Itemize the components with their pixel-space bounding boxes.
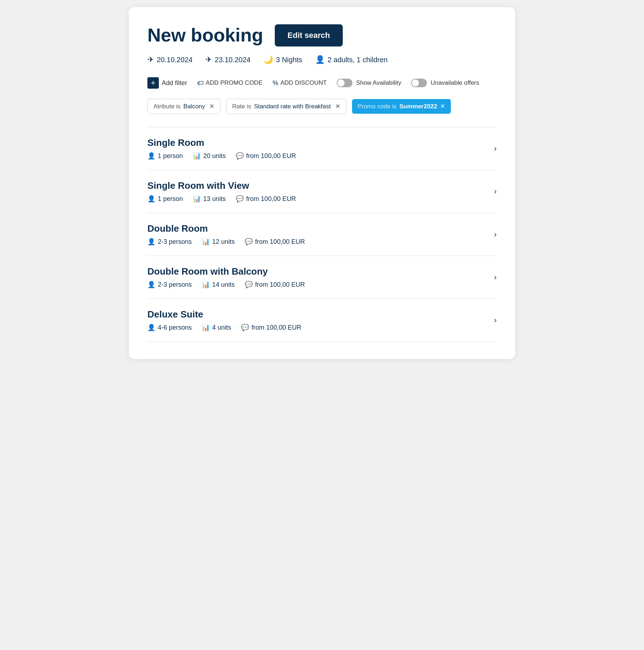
units-count: 4 units — [212, 324, 231, 331]
price-icon: 💬 — [236, 152, 244, 160]
price-icon: 💬 — [236, 195, 244, 203]
room-units: 📊 20 units — [193, 152, 226, 160]
price-value: from 100,00 EUR — [252, 324, 301, 331]
unavailable-offers-label: Unavailable offers — [430, 79, 479, 87]
room-info: Single Room 👤 1 person 📊 20 units 💬 from… — [147, 137, 494, 160]
room-meta: 👤 1 person 📊 13 units 💬 from 100,00 EUR — [147, 195, 494, 203]
promo-filter-label: Promo code is — [358, 103, 397, 110]
persons-count: 2-3 persons — [158, 281, 192, 289]
room-list: Single Room 👤 1 person 📊 20 units 💬 from… — [147, 127, 497, 342]
room-units: 📊 13 units — [193, 195, 226, 203]
room-price: 💬 from 100,00 EUR — [236, 195, 296, 203]
units-icon: 📊 — [202, 281, 210, 289]
room-meta: 👤 4-6 persons 📊 4 units 💬 from 100,00 EU… — [147, 324, 494, 331]
check-out-info: ✈ 23.10.2024 — [205, 55, 250, 64]
promo-filter-remove[interactable]: ✕ — [440, 103, 445, 110]
tag-icon: 🏷 — [197, 79, 204, 87]
room-item[interactable]: Deluxe Suite 👤 4-6 persons 📊 4 units 💬 f… — [147, 299, 497, 342]
room-persons: 👤 1 person — [147, 152, 183, 160]
filter-tag-promo: Promo code is Summer2022 ✕ — [352, 99, 451, 114]
price-value: from 100,00 EUR — [246, 195, 296, 203]
chevron-right-icon: › — [494, 230, 497, 239]
room-name: Single Room with View — [147, 180, 494, 191]
room-info: Double Room 👤 2-3 persons 📊 12 units 💬 f… — [147, 223, 494, 246]
page-title: New booking — [147, 25, 263, 45]
room-units: 📊 12 units — [202, 238, 235, 246]
room-name: Single Room — [147, 137, 494, 148]
room-name: Double Room — [147, 223, 494, 234]
moon-icon: 🌙 — [263, 55, 273, 64]
show-availability-toggle[interactable] — [337, 79, 352, 87]
add-filter-label: Add filter — [162, 79, 187, 87]
room-persons: 👤 1 person — [147, 195, 183, 203]
add-promo-code-button[interactable]: 🏷 ADD PROMO CODE — [197, 79, 263, 87]
plane-departure-icon: ✈ — [205, 55, 212, 64]
units-icon: 📊 — [202, 324, 210, 331]
room-item[interactable]: Double Room with Balcony 👤 2-3 persons 📊… — [147, 256, 497, 299]
show-availability-toggle-group: Show Availability — [337, 79, 401, 87]
room-name: Deluxe Suite — [147, 309, 494, 320]
room-units: 📊 4 units — [202, 324, 231, 331]
chevron-right-icon: › — [494, 187, 497, 196]
room-item[interactable]: Single Room 👤 1 person 📊 20 units 💬 from… — [147, 127, 497, 170]
units-count: 12 units — [212, 238, 235, 246]
edit-search-button[interactable]: Edit search — [275, 24, 343, 46]
persons-icon: 👤 — [147, 281, 155, 289]
chevron-right-icon: › — [494, 144, 497, 153]
plane-arrival-icon: ✈ — [147, 55, 154, 64]
check-in-date: 20.10.2024 — [157, 56, 192, 64]
add-filter-button[interactable]: + Add filter — [147, 77, 187, 89]
room-price: 💬 from 100,00 EUR — [241, 324, 301, 331]
room-persons: 👤 4-6 persons — [147, 324, 192, 331]
attribute-filter-remove[interactable]: ✕ — [209, 103, 214, 110]
guests-info: 👤 2 adults, 1 children — [315, 55, 388, 64]
attribute-filter-value: Balcony — [184, 103, 205, 110]
chevron-right-icon: › — [494, 273, 497, 282]
units-icon: 📊 — [193, 195, 201, 203]
price-value: from 100,00 EUR — [255, 281, 305, 289]
room-persons: 👤 2-3 persons — [147, 238, 192, 246]
unavailable-offers-toggle-group: Unavailable offers — [411, 79, 479, 87]
room-item[interactable]: Double Room 👤 2-3 persons 📊 12 units 💬 f… — [147, 213, 497, 256]
persons-icon: 👤 — [147, 152, 155, 160]
unavailable-offers-toggle[interactable] — [411, 79, 427, 87]
filter-tag-attribute: Atribute is Balcony ✕ — [147, 99, 220, 114]
attribute-filter-label: Atribute is — [153, 103, 181, 110]
percent-icon: % — [273, 79, 278, 87]
booking-card: New booking Edit search ✈ 20.10.2024 ✈ 2… — [129, 7, 515, 359]
rate-filter-label: Rate is — [232, 103, 251, 110]
nights-info: 🌙 3 Nights — [263, 55, 302, 64]
search-info-row: ✈ 20.10.2024 ✈ 23.10.2024 🌙 3 Nights 👤 2… — [147, 55, 497, 64]
room-meta: 👤 2-3 persons 📊 12 units 💬 from 100,00 E… — [147, 238, 494, 246]
show-availability-label: Show Availability — [356, 79, 401, 87]
price-icon: 💬 — [241, 324, 249, 331]
room-item[interactable]: Single Room with View 👤 1 person 📊 13 un… — [147, 170, 497, 213]
check-out-date: 23.10.2024 — [215, 56, 250, 64]
rate-filter-remove[interactable]: ✕ — [335, 103, 340, 110]
room-persons: 👤 2-3 persons — [147, 281, 192, 289]
page-header: New booking Edit search — [147, 24, 497, 46]
person-icon: 👤 — [315, 55, 325, 64]
filter-bar: + Add filter 🏷 ADD PROMO CODE % ADD DISC… — [147, 77, 497, 89]
rate-filter-value: Standard rate with Breakfast — [254, 103, 331, 110]
persons-icon: 👤 — [147, 195, 155, 203]
promo-filter-value: Summer2022 — [399, 103, 437, 110]
discount-label: ADD DISCOUNT — [280, 79, 327, 87]
filter-tag-rate: Rate is Standard rate with Breakfast ✕ — [226, 99, 346, 114]
guests-count: 2 adults, 1 children — [328, 56, 388, 64]
room-info: Double Room with Balcony 👤 2-3 persons 📊… — [147, 266, 494, 289]
price-icon: 💬 — [245, 281, 253, 289]
persons-count: 1 person — [158, 195, 183, 203]
units-icon: 📊 — [202, 238, 210, 246]
units-count: 20 units — [203, 152, 226, 160]
add-discount-button[interactable]: % ADD DISCOUNT — [273, 79, 327, 87]
persons-count: 4-6 persons — [158, 324, 192, 331]
persons-count: 2-3 persons — [158, 238, 192, 246]
persons-icon: 👤 — [147, 238, 155, 246]
check-in-info: ✈ 20.10.2024 — [147, 55, 192, 64]
units-count: 14 units — [212, 281, 235, 289]
persons-count: 1 person — [158, 152, 183, 160]
units-icon: 📊 — [193, 152, 201, 160]
price-icon: 💬 — [245, 238, 253, 246]
chevron-right-icon: › — [494, 316, 497, 325]
